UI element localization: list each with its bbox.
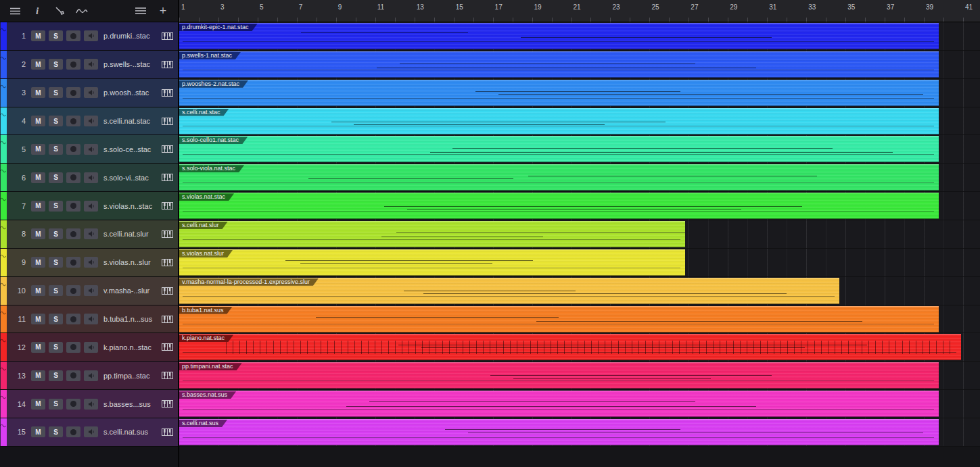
track-name[interactable]: k.piano.n..stac <box>103 343 162 351</box>
audio-clip[interactable]: s.celli.nat.stac <box>179 108 939 134</box>
audio-clip[interactable]: pp.timpani.nat.stac <box>179 362 939 389</box>
monitor-button[interactable] <box>84 228 98 239</box>
audio-clip[interactable]: k.piano.nat.stac <box>179 334 961 360</box>
mute-button[interactable]: M <box>31 30 45 41</box>
track-name[interactable]: s.solo-ce..stac <box>103 145 162 153</box>
record-button[interactable] <box>66 228 80 239</box>
timeline-lane[interactable]: s.celli.nat.sus <box>179 418 980 447</box>
solo-button[interactable]: S <box>49 30 63 41</box>
solo-button[interactable]: S <box>49 201 63 212</box>
record-button[interactable] <box>66 172 80 183</box>
track-row[interactable]: 14 M S s.basses...sus <box>0 390 178 418</box>
record-button[interactable] <box>66 342 80 353</box>
track-name[interactable]: p.swells-..stac <box>103 60 162 68</box>
monitor-button[interactable] <box>84 257 98 268</box>
record-button[interactable] <box>66 30 80 41</box>
timeline-lane[interactable]: v.masha-normal-la-processed-1.expressive… <box>179 277 980 305</box>
audio-clip[interactable]: s.solo-viola.nat.stac <box>179 164 939 191</box>
solo-button[interactable]: S <box>49 370 63 381</box>
track-name[interactable]: s.solo-vi..stac <box>103 174 162 182</box>
mute-button[interactable]: M <box>31 228 45 239</box>
timeline-lane[interactable]: s.solo-cello1.nat.stac <box>179 135 980 164</box>
track-name[interactable]: p.drumki..stac <box>103 32 162 40</box>
track-row[interactable]: 7 M S s.violas.n..stac <box>0 192 178 220</box>
audio-clip[interactable]: b.tuba1.nat.sus <box>179 306 939 333</box>
track-row[interactable]: 8 M S s.celli.nat.slur <box>0 220 178 249</box>
monitor-button[interactable] <box>84 116 98 126</box>
audio-clip[interactable]: s.basses.nat.sus <box>179 391 939 417</box>
solo-button[interactable]: S <box>49 285 63 296</box>
track-list-icon[interactable] <box>134 4 147 18</box>
timeline-lane[interactable]: s.celli.nat.stac <box>179 107 980 136</box>
track-name[interactable]: p.woosh..stac <box>103 89 162 97</box>
automation-curve-icon[interactable] <box>75 4 89 18</box>
audio-clip[interactable]: s.violas.nat.slur <box>179 249 685 276</box>
track-row[interactable]: 3 M S p.woosh..stac <box>0 79 178 107</box>
monitor-button[interactable] <box>84 314 98 324</box>
record-button[interactable] <box>66 87 80 98</box>
mute-button[interactable]: M <box>31 370 45 381</box>
audio-clip[interactable]: p.swells-1.nat.stac <box>179 51 939 78</box>
track-name[interactable]: v.masha-..slur <box>103 287 162 295</box>
audio-clip[interactable]: s.solo-cello1.nat.stac <box>179 136 939 162</box>
timeline-lane[interactable]: k.piano.nat.stac <box>179 333 980 362</box>
timeline-ruler[interactable]: 1357911131517192123252729313335373941 <box>179 0 980 22</box>
add-track-icon[interactable]: + <box>156 4 170 18</box>
timeline-lane[interactable]: s.solo-viola.nat.stac <box>179 164 980 192</box>
track-row[interactable]: 2 M S p.swells-..stac <box>0 51 178 79</box>
audio-clip[interactable]: s.celli.nat.sus <box>179 419 939 445</box>
track-row[interactable]: 13 M S pp.timpa..stac <box>0 362 178 390</box>
record-button[interactable] <box>66 399 80 410</box>
solo-button[interactable]: S <box>49 228 63 239</box>
solo-button[interactable]: S <box>49 399 63 410</box>
track-row[interactable]: 6 M S s.solo-vi..stac <box>0 164 178 192</box>
monitor-button[interactable] <box>84 370 98 381</box>
track-row[interactable]: 10 M S v.masha-..slur <box>0 277 178 305</box>
track-name[interactable]: b.tuba1.n...sus <box>103 315 162 323</box>
monitor-button[interactable] <box>84 30 98 41</box>
timeline-lane[interactable]: s.violas.nat.stac <box>179 192 980 220</box>
timeline-lane[interactable]: s.violas.nat.slur <box>179 249 980 277</box>
tool-icon[interactable] <box>53 4 66 18</box>
mute-button[interactable]: M <box>31 87 45 98</box>
timeline-lane[interactable]: s.celli.nat.slur <box>179 220 980 249</box>
track-name[interactable]: s.basses...sus <box>103 400 162 408</box>
mute-button[interactable]: M <box>31 116 45 126</box>
track-name[interactable]: s.celli.nat.slur <box>103 230 162 238</box>
record-button[interactable] <box>66 116 80 126</box>
mute-button[interactable]: M <box>31 285 45 296</box>
monitor-button[interactable] <box>84 87 98 98</box>
audio-clip[interactable]: p.wooshes-2.nat.stac <box>179 80 939 106</box>
solo-button[interactable]: S <box>49 116 63 126</box>
mute-button[interactable]: M <box>31 399 45 410</box>
track-name[interactable]: s.violas.n..stac <box>103 202 162 210</box>
monitor-button[interactable] <box>84 144 98 155</box>
solo-button[interactable]: S <box>49 144 63 155</box>
solo-button[interactable]: S <box>49 342 63 353</box>
mute-button[interactable]: M <box>31 257 45 268</box>
timeline-lanes[interactable]: p.drumkit-epic-1.nat.stac p.swells-1.nat… <box>179 22 980 447</box>
timeline-lane[interactable]: pp.timpani.nat.stac <box>179 362 980 390</box>
monitor-button[interactable] <box>84 285 98 296</box>
audio-clip[interactable]: p.drumkit-epic-1.nat.stac <box>179 23 939 49</box>
track-name[interactable]: s.celli.nat.stac <box>103 117 162 125</box>
timeline-lane[interactable]: b.tuba1.nat.sus <box>179 305 980 334</box>
mute-button[interactable]: M <box>31 144 45 155</box>
audio-clip[interactable]: s.celli.nat.slur <box>179 221 685 247</box>
mute-button[interactable]: M <box>31 426 45 437</box>
solo-button[interactable]: S <box>49 59 63 70</box>
record-button[interactable] <box>66 426 80 437</box>
timeline-lane[interactable]: p.wooshes-2.nat.stac <box>179 79 980 107</box>
solo-button[interactable]: S <box>49 87 63 98</box>
monitor-button[interactable] <box>84 201 98 212</box>
monitor-button[interactable] <box>84 426 98 437</box>
record-button[interactable] <box>66 370 80 381</box>
mute-button[interactable]: M <box>31 314 45 324</box>
timeline-lane[interactable]: p.drumkit-epic-1.nat.stac <box>179 22 980 51</box>
monitor-button[interactable] <box>84 59 98 70</box>
audio-clip[interactable]: s.violas.nat.stac <box>179 193 939 219</box>
mute-button[interactable]: M <box>31 59 45 70</box>
info-icon[interactable]: i <box>30 4 44 18</box>
record-button[interactable] <box>66 285 80 296</box>
record-button[interactable] <box>66 201 80 212</box>
